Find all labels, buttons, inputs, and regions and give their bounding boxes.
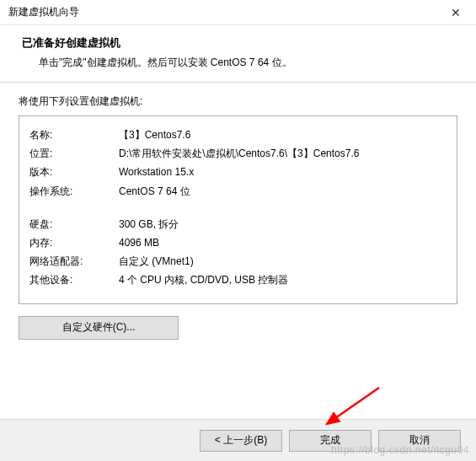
- value-name: 【3】Centos7.6: [119, 127, 447, 143]
- header-title: 已准备好创建虚拟机: [17, 35, 459, 51]
- header-subtitle: 单击"完成"创建虚拟机。然后可以安装 CentOS 7 64 位。: [17, 56, 459, 70]
- value-disk: 300 GB, 拆分: [119, 217, 447, 233]
- label-memory: 内存:: [29, 235, 119, 251]
- value-memory: 4096 MB: [119, 235, 447, 251]
- back-button[interactable]: < 上一步(B): [200, 430, 282, 452]
- summary-row: 硬盘:300 GB, 拆分: [29, 217, 447, 233]
- watermark: https://blog.csdn.net/itcgu04: [331, 444, 469, 456]
- label-name: 名称:: [29, 127, 119, 143]
- value-version: Workstation 15.x: [119, 164, 447, 180]
- titlebar: 新建虚拟机向导 ✕: [0, 0, 476, 25]
- summary-row: 操作系统:CentOS 7 64 位: [29, 184, 447, 200]
- summary-row: 版本:Workstation 15.x: [29, 164, 447, 180]
- label-os: 操作系统:: [29, 184, 119, 200]
- summary-caption: 将使用下列设置创建虚拟机:: [19, 94, 457, 109]
- summary-box: 名称:【3】Centos7.6 位置:D:\常用软件安装处\虚拟机\Centos…: [19, 115, 457, 304]
- summary-row: 名称:【3】Centos7.6: [29, 127, 447, 143]
- close-icon: ✕: [451, 6, 461, 19]
- label-version: 版本:: [29, 164, 119, 180]
- content-area: 将使用下列设置创建虚拟机: 名称:【3】Centos7.6 位置:D:\常用软件…: [0, 83, 476, 351]
- value-other: 4 个 CPU 内核, CD/DVD, USB 控制器: [119, 272, 447, 288]
- window-title: 新建虚拟机向导: [8, 5, 79, 19]
- value-os: CentOS 7 64 位: [119, 184, 447, 200]
- customize-hardware-button[interactable]: 自定义硬件(C)...: [19, 316, 179, 340]
- wizard-header: 已准备好创建虚拟机 单击"完成"创建虚拟机。然后可以安装 CentOS 7 64…: [0, 25, 476, 83]
- summary-row: 位置:D:\常用软件安装处\虚拟机\Centos7.6\【3】Centos7.6: [29, 146, 447, 162]
- label-network: 网络适配器:: [29, 254, 119, 270]
- label-other: 其他设备:: [29, 272, 119, 288]
- close-button[interactable]: ✕: [439, 1, 473, 24]
- summary-row: 其他设备:4 个 CPU 内核, CD/DVD, USB 控制器: [29, 272, 447, 288]
- label-disk: 硬盘:: [29, 217, 119, 233]
- label-location: 位置:: [29, 146, 119, 162]
- summary-row: 内存:4096 MB: [29, 235, 447, 251]
- summary-row: 网络适配器:自定义 (VMnet1): [29, 254, 447, 270]
- value-location: D:\常用软件安装处\虚拟机\Centos7.6\【3】Centos7.6: [119, 146, 447, 162]
- value-network: 自定义 (VMnet1): [119, 254, 447, 270]
